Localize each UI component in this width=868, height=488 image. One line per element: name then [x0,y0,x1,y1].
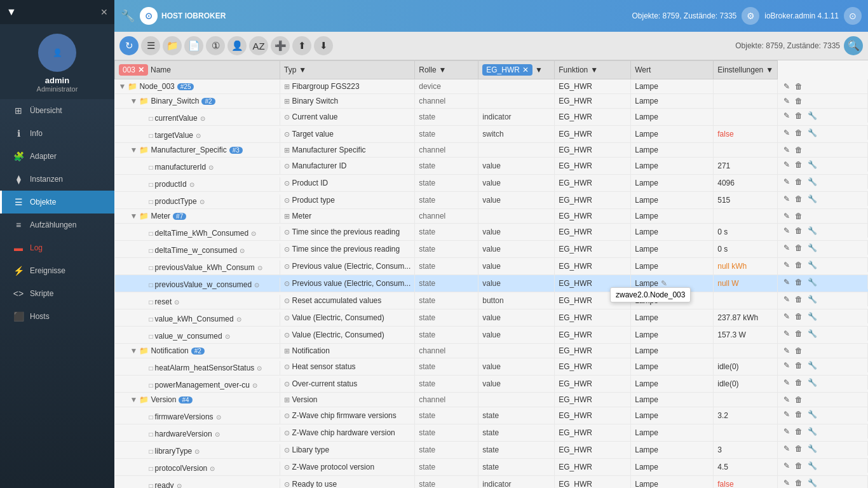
delete-button[interactable]: 🗑 [793,329,804,339]
settings-button[interactable]: 🔧 [806,426,819,437]
expand-icon[interactable]: ▼ [130,346,138,355]
delete-button[interactable]: 🗑 [793,81,804,92]
expand-icon[interactable]: ▼ [130,97,138,105]
table-row[interactable]: □deltaTime_w_consumed⊙⊙Time since the pr… [115,241,869,258]
settings-button[interactable]: 🔧 [806,294,819,304]
settings-button[interactable]: 🔧 [806,194,819,204]
table-row[interactable]: □libraryType⊙⊙Libary typestatestateEG_HW… [115,442,869,459]
room-column-header[interactable]: EG_HWR ✕ ▼ [478,61,555,79]
delete-button[interactable]: 🗑 [793,96,804,106]
settings-button[interactable]: 🔧 [806,128,819,138]
settings-button[interactable]: 🔧 [806,260,819,270]
az-button[interactable]: AZ [249,36,268,55]
table-row[interactable]: □previousValue_w_consumed⊙⊙Previous valu… [115,275,869,292]
table-row[interactable]: ▼📁Version#4⊞VersionchannelEG_HWRLampe✎🗑 [115,393,869,407]
edit-button[interactable]: ✎ [782,377,792,388]
expand-icon[interactable]: ▼ [130,146,138,154]
delete-button[interactable]: 🗑 [793,377,804,388]
sidebar-item-uebersicht[interactable]: ⊞ Übersicht [0,99,114,122]
edit-button[interactable]: ✎ [782,159,792,170]
table-row[interactable]: □firmwareVersions⊙⊙Z-Wave chip firmware … [115,407,869,424]
edit-button[interactable]: ✎ [782,444,792,454]
role-column-header[interactable]: Rolle ▼ [415,61,478,79]
topbar-settings-icon[interactable]: ⚙ [742,7,759,25]
edit-button[interactable]: ✎ [782,177,792,187]
folder-button[interactable]: 📁 [163,36,182,55]
table-row[interactable]: □heatAlarm_heatSensorStatus⊙⊙Heat sensor… [115,358,869,376]
sidebar-logo-icon[interactable]: ▼ [6,6,17,18]
sidebar-item-ereignisse[interactable]: ⚡ Ereignisse [0,259,114,282]
sidebar-item-hosts[interactable]: ⬛ Hosts [0,305,114,328]
expand-icon[interactable]: ▼ [130,212,138,220]
edit-button[interactable]: ✎ [782,226,792,236]
edit-button[interactable]: ✎ [782,111,792,121]
table-row[interactable]: □value_w_consumed⊙⊙Value (Electric, Cons… [115,327,869,344]
edit-button[interactable]: ✎ [782,346,792,356]
edit-button[interactable]: ✎ [782,81,792,92]
expand-icon[interactable]: ▼ [119,82,126,91]
delete-button[interactable]: 🗑 [793,211,804,221]
topbar-user-icon[interactable]: ⊙ [844,7,862,25]
delete-button[interactable]: 🗑 [793,177,804,187]
refresh-button[interactable]: ↻ [119,36,139,55]
table-row[interactable]: ▼📁Manufacturer_Specific#3⊞Manufacturer S… [115,143,869,158]
upload-button[interactable]: ⬆ [292,36,311,55]
edit-button[interactable]: ✎ [782,145,792,155]
edit-button[interactable]: ✎ [782,294,792,304]
settings-button[interactable]: 🔧 [806,444,819,454]
room-filter-close[interactable]: ✕ [522,65,529,74]
settings-button[interactable]: 🔧 [806,478,819,488]
edit-button[interactable]: ✎ [782,243,792,253]
edit-button[interactable]: ✎ [782,478,792,488]
table-row[interactable]: □hardwareVersion⊙⊙Z-Wave chip hardware v… [115,424,869,442]
delete-button[interactable]: 🗑 [793,260,804,270]
sidebar-item-aufzaehlungen[interactable]: ≡ Aufzählungen [0,214,114,236]
table-row[interactable]: □protocolVersion⊙⊙Z-Wave protocol versio… [115,459,869,476]
edit-button[interactable]: ✎ [782,260,792,270]
delete-button[interactable]: 🗑 [793,226,804,236]
settings-button[interactable]: 🔧 [806,461,819,471]
room-filter-tag[interactable]: EG_HWR ✕ [482,64,532,76]
edit-button[interactable]: ✎ [782,128,792,138]
delete-button[interactable]: 🗑 [793,277,804,287]
sidebar-item-adapter[interactable]: 🧩 Adapter [0,145,114,168]
settings-button[interactable]: 🔧 [806,377,819,388]
delete-button[interactable]: 🗑 [793,294,804,304]
table-row[interactable]: □productType⊙⊙Product typestatevalueEG_H… [115,192,869,209]
einstellungen-column-header[interactable]: Einstellungen ▼ [714,61,778,79]
table-row[interactable]: □productId⊙⊙Product IDstatevalueEG_HWRLa… [115,175,869,192]
settings-button[interactable]: 🔧 [806,277,819,287]
funktion-edit-icon[interactable]: ✎ [661,279,667,288]
sidebar-close-button[interactable]: ✕ [100,7,108,17]
table-row[interactable]: □deltaTime_kWh_Consumed⊙⊙Time since the … [115,224,869,241]
delete-button[interactable]: 🗑 [793,426,804,437]
type-column-header[interactable]: Typ ▼ [280,61,415,79]
delete-button[interactable]: 🗑 [793,478,804,488]
delete-button[interactable]: 🗑 [793,159,804,170]
delete-button[interactable]: 🗑 [793,311,804,322]
delete-button[interactable]: 🗑 [793,346,804,356]
delete-button[interactable]: 🗑 [793,194,804,204]
file-button[interactable]: 📄 [184,36,203,55]
edit-button[interactable]: ✎ [782,277,792,287]
table-row[interactable]: ▼📁Node_003#25⊞Fibargroup FGS223deviceEG_… [115,79,869,94]
list-view-button[interactable]: ☰ [141,36,160,55]
table-row[interactable]: □value_kWh_Consumed⊙⊙Value (Electric, Co… [115,309,869,327]
table-row[interactable]: □powerManagement_over-cu⊙⊙Over-current s… [115,376,869,393]
sidebar-item-skripte[interactable]: <> Skripte [0,282,114,305]
search-filter-close[interactable]: ✕ [138,65,144,74]
settings-button[interactable]: 🔧 [806,311,819,322]
edit-button[interactable]: ✎ [782,96,792,106]
edit-button[interactable]: ✎ [782,409,792,419]
settings-button[interactable]: 🔧 [806,226,819,236]
delete-button[interactable]: 🗑 [793,444,804,454]
add-button[interactable]: ➕ [271,36,290,55]
table-row[interactable]: □targetValue⊙⊙Target valuestateswitchEG_… [115,126,869,143]
table-row[interactable]: ▼📁Binary_Switch#2⊞Binary SwitchchannelEG… [115,94,869,109]
delete-button[interactable]: 🗑 [793,360,804,370]
user-button[interactable]: 👤 [227,36,247,55]
table-row[interactable]: □reset⊙⊙Reset accumulated valuesstatebut… [115,292,869,309]
download-button[interactable]: ⬇ [314,36,333,55]
edit-button[interactable]: ✎ [782,329,792,339]
settings-button[interactable]: 🔧 [806,329,819,339]
